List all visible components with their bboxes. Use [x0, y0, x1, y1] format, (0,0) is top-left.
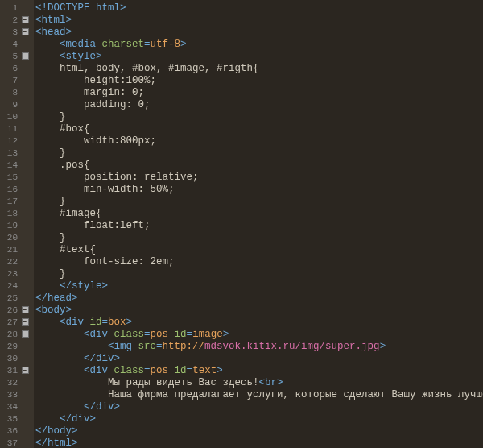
gutter-row: 14 — [0, 159, 34, 171]
line-number: 12 — [0, 136, 19, 146]
fold-toggle-icon[interactable]: − — [22, 28, 29, 35]
token-attr: src — [138, 341, 157, 352]
code-line[interactable]: } — [35, 147, 483, 159]
token-css: #box{ — [60, 123, 90, 135]
token-val: http:// — [163, 341, 205, 352]
indent — [35, 160, 60, 171]
code-line[interactable]: min-width: 50%; — [35, 183, 483, 195]
code-line[interactable]: </div> — [35, 352, 483, 364]
token-tag: <html> — [35, 15, 72, 26]
code-line[interactable]: html, body, #box, #image, #rigth{ — [35, 62, 483, 74]
code-line[interactable]: float:left; — [35, 219, 483, 231]
fold-slot: − — [19, 16, 31, 23]
token-css: font-size: 2em; — [84, 256, 175, 268]
token-tag: <style> — [60, 51, 102, 62]
token-tag: = — [156, 341, 163, 352]
gutter-row: 19 — [0, 219, 34, 231]
code-line[interactable]: </div> — [35, 400, 483, 413]
line-number: 35 — [0, 414, 19, 424]
indent — [35, 184, 84, 195]
code-line[interactable]: .pos{ — [35, 159, 483, 171]
fold-toggle-icon[interactable]: − — [22, 318, 29, 326]
code-line[interactable]: <div id=box> — [35, 316, 483, 328]
code-line[interactable]: </html> — [35, 437, 483, 448]
code-line[interactable]: } — [35, 268, 483, 280]
indent — [35, 123, 60, 135]
fold-toggle-icon[interactable]: − — [22, 52, 29, 60]
fold-toggle-icon[interactable]: − — [22, 16, 29, 23]
code-line[interactable]: } — [35, 110, 483, 122]
indent — [35, 196, 60, 207]
token-text: Мы рады видеть Вас здесь! — [108, 377, 259, 388]
code-line[interactable]: <img src=http://mdsvok.kitix.ru/img/supe… — [35, 340, 483, 352]
indent — [35, 99, 84, 110]
gutter-row: 6 — [0, 62, 34, 74]
code-line[interactable]: Мы рады видеть Вас здесь!<br> — [35, 376, 483, 388]
gutter-row: 8 — [0, 86, 34, 98]
indent — [35, 268, 60, 280]
line-number: 20 — [0, 233, 19, 243]
token-css: margin: 0; — [84, 87, 144, 98]
line-gutter: 12−3−45−67891011121314151617181920212223… — [0, 0, 34, 448]
fold-toggle-icon[interactable]: − — [22, 330, 29, 338]
code-line[interactable]: </body> — [35, 425, 483, 437]
gutter-row: 31− — [0, 364, 34, 376]
gutter-row: 34 — [0, 400, 34, 413]
indent — [35, 75, 84, 86]
code-line[interactable]: margin: 0; — [35, 86, 483, 98]
line-number: 24 — [0, 281, 19, 291]
indent — [35, 413, 60, 425]
code-line[interactable]: height:100%; — [35, 74, 483, 86]
line-number: 28 — [0, 330, 19, 339]
line-number: 31 — [0, 366, 19, 375]
code-line[interactable]: </div> — [35, 413, 483, 425]
token-css: } — [60, 147, 66, 159]
line-number: 5 — [0, 52, 19, 61]
code-line[interactable]: </style> — [35, 280, 483, 292]
token-tag: > — [126, 317, 133, 328]
code-line[interactable]: <body> — [35, 304, 483, 316]
line-number: 19 — [0, 221, 19, 230]
code-line[interactable]: <div class=pos id=text> — [35, 364, 483, 376]
token-text: Наша фирма предалагает услуги, которые с… — [108, 389, 483, 400]
indent — [35, 329, 84, 340]
fold-slot: − — [19, 28, 31, 35]
token-tag: <br> — [259, 377, 283, 388]
code-line[interactable]: } — [35, 195, 483, 207]
gutter-row: 24 — [0, 280, 34, 292]
indent — [35, 401, 84, 413]
token-val: image — [192, 329, 223, 340]
code-line[interactable]: } — [35, 231, 483, 243]
line-number: 22 — [0, 257, 19, 267]
token-tag: </div> — [60, 413, 96, 425]
code-line[interactable]: width:800px; — [35, 135, 483, 147]
token-url: mdsvok.kitix.ru/img/super.jpg — [204, 341, 380, 352]
code-line[interactable]: #box{ — [35, 122, 483, 135]
code-area[interactable]: <!DOCTYPE html><html><head> <media chars… — [34, 0, 483, 448]
code-line[interactable]: <media charset=utf-8> — [35, 38, 483, 50]
fold-toggle-icon[interactable]: − — [22, 306, 29, 313]
line-number: 6 — [0, 64, 19, 73]
token-tag: = — [144, 365, 151, 376]
code-line[interactable]: font-size: 2em; — [35, 255, 483, 268]
token-attr: id — [175, 365, 187, 376]
gutter-row: 21 — [0, 243, 34, 255]
gutter-row: 26− — [0, 304, 34, 316]
code-line[interactable]: <style> — [35, 50, 483, 62]
code-line[interactable]: <html> — [35, 14, 483, 26]
indent — [35, 172, 84, 183]
fold-toggle-icon[interactable]: − — [22, 367, 29, 374]
code-line[interactable]: Наша фирма предалагает услуги, которые с… — [35, 388, 483, 400]
code-line[interactable]: #text{ — [35, 243, 483, 255]
code-line[interactable]: <!DOCTYPE html> — [35, 2, 483, 14]
code-line[interactable]: </head> — [35, 292, 483, 304]
code-line[interactable]: position: relative; — [35, 171, 483, 183]
code-line[interactable]: padding: 0; — [35, 98, 483, 110]
token-tag: = — [187, 365, 193, 376]
code-line[interactable]: <div class=pos id=image> — [35, 328, 483, 340]
token-css: #image{ — [60, 208, 102, 219]
code-line[interactable]: #image{ — [35, 207, 483, 219]
line-number: 26 — [0, 305, 19, 315]
code-line[interactable]: <head> — [35, 26, 483, 38]
indent — [35, 280, 60, 292]
